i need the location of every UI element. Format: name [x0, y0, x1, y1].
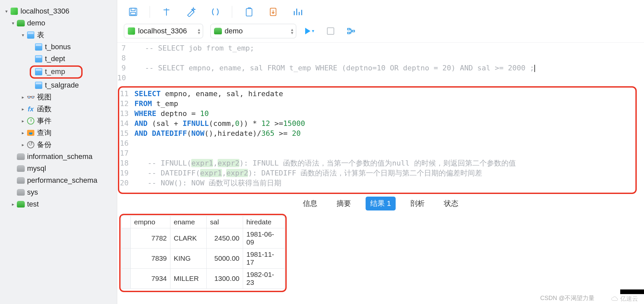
save-button[interactable]: [125, 5, 141, 19]
table-row[interactable]: 7934MILLER1300.001982-01-23: [122, 269, 285, 289]
database-selector[interactable]: demo ▴▾: [210, 24, 296, 38]
chevron-down-icon: ▾: [19, 32, 26, 38]
column-header-empno[interactable]: empno: [131, 216, 170, 228]
database-label: performance_schema: [27, 176, 97, 185]
database-node-performance_schema[interactable]: performance_schema: [0, 174, 117, 186]
cell-empno[interactable]: 7782: [131, 228, 170, 248]
queries-node[interactable]: ▸ 查询: [0, 127, 117, 139]
cell-hiredate[interactable]: 1982-01-23: [243, 269, 285, 289]
column-header-sal[interactable]: sal: [207, 216, 243, 228]
svg-rect-2: [131, 12, 136, 15]
query-icon: [26, 129, 35, 137]
redaction-bar: [620, 289, 644, 294]
explain-button[interactable]: [344, 25, 358, 37]
functions-label: 函数: [37, 104, 52, 114]
chevron-right-icon: ▸: [19, 118, 26, 124]
database-label: mysql: [27, 164, 46, 173]
copy-button[interactable]: [241, 5, 257, 19]
database-label: test: [27, 200, 39, 209]
chevron-right-icon: ▸: [19, 130, 26, 135]
database-node-information_schema[interactable]: information_schema: [0, 151, 117, 163]
database-node-mysql[interactable]: mysql: [0, 163, 117, 174]
watermark-yisu-text: 亿速云: [620, 295, 638, 303]
table-label: t_dept: [45, 55, 65, 63]
table-icon: [34, 67, 43, 76]
cell-sal[interactable]: 5000.00: [207, 248, 243, 269]
tab-profile[interactable]: 剖析: [406, 197, 429, 210]
database-icon: [17, 188, 25, 197]
cell-sal[interactable]: 2450.00: [207, 228, 243, 248]
watermark-yisu: 亿速云: [611, 295, 638, 303]
column-header-ename[interactable]: ename: [170, 216, 207, 228]
toolbar-divider: [232, 6, 232, 18]
connection-selector-text: localhost_3306: [138, 27, 187, 35]
row-gutter[interactable]: [122, 248, 131, 269]
database-selector-text: demo: [225, 27, 243, 35]
watermark-csdn: CSDN @不渴望力量: [540, 294, 594, 302]
row-gutter-header: [122, 216, 131, 228]
tab-result[interactable]: 结果 1: [366, 197, 395, 210]
sidebar: ▾ localhost_3306 ▾ demo ▾ 表 t_bonus t_de…: [0, 0, 117, 304]
table-node-t_bonus[interactable]: t_bonus: [0, 41, 117, 53]
svg-rect-5: [348, 28, 350, 30]
chevron-right-icon: ▸: [19, 106, 26, 112]
dropdown-arrows-icon: ▴▾: [284, 28, 293, 34]
toolbar-primary: [117, 0, 644, 20]
cell-ename[interactable]: MILLER: [170, 269, 207, 289]
database-node-demo[interactable]: ▾ demo: [0, 17, 117, 29]
table-group-icon: [26, 31, 35, 39]
table-label: t_salgrade: [45, 81, 79, 90]
views-node[interactable]: ▸ 👓 视图: [0, 91, 117, 103]
database-node-test[interactable]: ▸ test: [0, 198, 117, 210]
tables-node[interactable]: ▾ 表: [0, 29, 117, 41]
cell-sal[interactable]: 1300.00: [207, 269, 243, 289]
backup-icon: [26, 140, 35, 149]
tab-info[interactable]: 信息: [298, 197, 322, 210]
table-node-t_salgrade[interactable]: t_salgrade: [0, 79, 117, 91]
export-button[interactable]: [265, 5, 281, 19]
sql-editor[interactable]: 7 -- SELECT job from t_emp;89 -- SELECT …: [117, 43, 644, 194]
database-label: demo: [27, 19, 45, 27]
backups-label: 备份: [37, 140, 52, 150]
events-node[interactable]: ▸ 事件: [0, 115, 117, 127]
cell-empno[interactable]: 7839: [131, 248, 170, 269]
chevron-down-icon: ▼: [311, 29, 315, 33]
cell-empno[interactable]: 7934: [131, 269, 170, 289]
events-label: 事件: [37, 116, 52, 126]
connection-label: localhost_3306: [20, 7, 69, 16]
database-label: sys: [27, 188, 38, 197]
format-button[interactable]: [159, 5, 174, 19]
result-table[interactable]: empno ename sal hiredate 7782CLARK2450.0…: [121, 216, 285, 289]
stop-button[interactable]: [324, 25, 337, 37]
backups-node[interactable]: ▸ 备份: [0, 139, 117, 151]
tables-label: 表: [37, 30, 44, 40]
table-node-t_emp[interactable]: t_emp: [30, 65, 83, 79]
connection-selector[interactable]: localhost_3306 ▴▾: [124, 24, 203, 38]
parentheses-button[interactable]: [207, 5, 223, 19]
database-icon: [17, 164, 25, 173]
functions-node[interactable]: ▸ fx 函数: [0, 103, 117, 115]
database-node-sys[interactable]: sys: [0, 186, 117, 198]
column-header-hiredate[interactable]: hiredate: [243, 216, 285, 228]
tab-status[interactable]: 状态: [439, 197, 463, 210]
chevron-down-icon: ▾: [9, 20, 17, 26]
table-node-t_dept[interactable]: t_dept: [0, 53, 117, 65]
beautify-button[interactable]: [183, 5, 199, 19]
cell-ename[interactable]: KING: [170, 248, 207, 269]
toolbar-divider: [150, 6, 150, 18]
result-tabs: 信息 摘要 结果 1 剖析 状态: [117, 194, 644, 213]
tab-summary[interactable]: 摘要: [332, 197, 356, 210]
cell-ename[interactable]: CLARK: [170, 228, 207, 248]
database-icon: [214, 27, 222, 35]
chevron-right-icon: ▸: [19, 95, 26, 100]
cell-hiredate[interactable]: 1981-11-17: [243, 248, 285, 269]
cell-hiredate[interactable]: 1981-06-09: [243, 228, 285, 248]
row-gutter[interactable]: [122, 269, 131, 289]
run-button[interactable]: ▼: [304, 25, 317, 37]
table-row[interactable]: 7839KING5000.001981-11-17: [122, 248, 285, 269]
result-panel: empno ename sal hiredate 7782CLARK2450.0…: [117, 213, 644, 294]
table-row[interactable]: 7782CLARK2450.001981-06-09: [122, 228, 285, 248]
row-gutter[interactable]: [122, 228, 131, 248]
connection-node[interactable]: ▾ localhost_3306: [0, 5, 117, 17]
chart-button[interactable]: [290, 5, 305, 19]
